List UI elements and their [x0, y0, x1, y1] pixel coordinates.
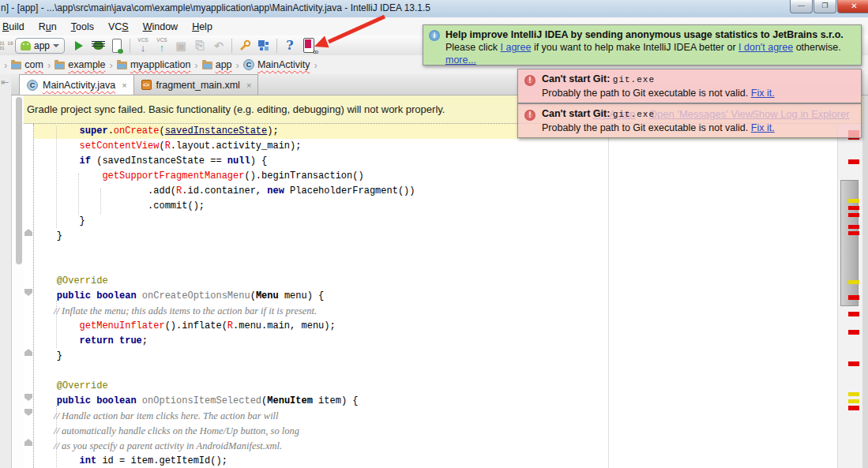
- menu-build[interactable]: Build: [0, 19, 32, 35]
- chevron-right-icon: ›: [47, 59, 51, 71]
- bug-icon: [93, 41, 103, 50]
- code-line[interactable]: }: [34, 229, 837, 244]
- changes-button-disabled: ▣: [171, 37, 190, 54]
- fix-it-link[interactable]: Fix it.: [751, 122, 775, 133]
- hide-panel-icon[interactable]: ⇤: [1, 77, 9, 88]
- settings-button[interactable]: [235, 37, 254, 54]
- code-line[interactable]: @Override: [34, 379, 837, 394]
- i-agree-link[interactable]: I agree: [500, 42, 531, 53]
- code-line[interactable]: // automatically handle clicks on the Ho…: [34, 424, 837, 439]
- code-line[interactable]: setContentView(R.layout.activity_main);: [34, 139, 837, 154]
- code-line[interactable]: getSupportFragmentManager().beginTransac…: [34, 169, 837, 184]
- run-button[interactable]: [70, 37, 88, 54]
- code-line[interactable]: if (savedInstanceState == null) {: [34, 154, 837, 169]
- project-structure-button[interactable]: [254, 37, 273, 54]
- code-line[interactable]: // Inflate the menu; this adds items to …: [34, 304, 837, 319]
- tool-window-stripe: [0, 74, 12, 468]
- indent-guide: [100, 189, 101, 214]
- folder-icon: [202, 62, 212, 69]
- menu-run[interactable]: Run: [32, 19, 64, 35]
- folder-icon: [117, 62, 127, 69]
- breadcrumb-item-MainActivity[interactable]: CMainActivity: [243, 59, 310, 70]
- breadcrumb-item-com[interactable]: com: [11, 59, 43, 70]
- menu-vcs[interactable]: VCS: [101, 19, 136, 35]
- tab-close-icon[interactable]: ×: [122, 80, 126, 90]
- indent-guide: [56, 126, 57, 228]
- more-link[interactable]: more...: [445, 54, 476, 66]
- git-error-notification-2: !Can't start Git: git.exeProbably the pa…: [517, 103, 862, 138]
- indent-guide: [56, 406, 57, 467]
- error-stripe-mark-yellow[interactable]: [848, 392, 859, 396]
- vcs-update-button[interactable]: VCS ↓: [133, 37, 152, 54]
- project-scrollbar[interactable]: [16, 97, 22, 264]
- error-stripe-mark-red[interactable]: [848, 225, 859, 229]
- code-line[interactable]: // Handle action bar item clicks here. T…: [34, 409, 837, 424]
- menu-help[interactable]: Help: [185, 19, 220, 35]
- folder-icon: [11, 62, 21, 69]
- error-stripe-mark-red[interactable]: [848, 312, 859, 316]
- code-line[interactable]: getMenuInflater().inflate(R.menu.main, m…: [34, 319, 837, 334]
- compile-icon[interactable]: ↓ 01 10 01: [0, 37, 13, 54]
- error-stripe-mark-red[interactable]: [848, 159, 859, 164]
- menu-window[interactable]: Window: [136, 19, 185, 35]
- indent-guide: [56, 301, 57, 348]
- breadcrumb-item-myapplication[interactable]: myapplication: [117, 59, 190, 70]
- title-bar[interactable]: n] - [app] - ...\app\src\main\java\com\e…: [0, 0, 868, 18]
- error-stripe-mark-yellow[interactable]: [848, 399, 859, 403]
- chevron-right-icon: ›: [194, 59, 197, 71]
- tab-MainActivity.java[interactable]: CMainActivity.java×: [19, 74, 134, 95]
- code-line[interactable]: }: [34, 349, 837, 364]
- banner-message: Gradle project sync failed. Basic functi…: [27, 103, 445, 115]
- tab-close-icon[interactable]: ×: [246, 80, 251, 90]
- code-line[interactable]: // as you specify a parent activity in A…: [34, 439, 837, 454]
- chevron-right-icon: ›: [314, 59, 318, 71]
- code-line[interactable]: public boolean onCreateOptionsMenu(Menu …: [34, 289, 837, 304]
- vcs-commit-button[interactable]: VCS ↑: [152, 37, 171, 54]
- error-stripe-mark-red[interactable]: [848, 206, 859, 210]
- code-line[interactable]: [34, 259, 837, 274]
- debug-button[interactable]: [88, 37, 107, 54]
- code-lines[interactable]: super.onCreate(savedInstanceState); setC…: [34, 124, 837, 468]
- menu-tools[interactable]: Tools: [64, 19, 101, 35]
- tab-fragment_main.xml[interactable]: <>fragment_main.xml×: [134, 74, 259, 95]
- briefcase-icon: ▣: [175, 39, 186, 52]
- code-line[interactable]: }: [34, 214, 837, 229]
- code-line[interactable]: [34, 364, 837, 379]
- phone-debug-icon: [112, 39, 122, 53]
- error-icon: !: [524, 75, 535, 86]
- code-line[interactable]: .add(R.id.container, new PlaceholderFrag…: [34, 184, 837, 199]
- attach-debugger-button[interactable]: [107, 37, 126, 54]
- android-monitor-button[interactable]: oo: [299, 37, 318, 54]
- breadcrumb-item-example[interactable]: example: [54, 59, 105, 70]
- toolbar-separator: [130, 39, 130, 53]
- android-robot-icon: [21, 41, 31, 51]
- window-title: n] - [app] - ...\app\src\main\java\com\e…: [1, 2, 430, 13]
- i-dont-agree-link[interactable]: I don't agree: [738, 42, 793, 53]
- rollback-button-disabled: ↶: [209, 37, 228, 54]
- error-stripe-mark-red[interactable]: [848, 406, 859, 410]
- chevron-right-icon: ›: [110, 59, 113, 71]
- code-line[interactable]: [34, 244, 837, 259]
- code-line[interactable]: return true;: [34, 334, 837, 349]
- error-stripe-mark-red[interactable]: [848, 361, 859, 366]
- close-button[interactable]: ✕: [837, 0, 868, 13]
- code-line[interactable]: @Override: [34, 274, 837, 289]
- error-stripe-mark-yellow[interactable]: [848, 199, 859, 203]
- code-line[interactable]: public boolean onOptionsItemSelected(Men…: [34, 394, 837, 409]
- error-stripe-mark-red[interactable]: [848, 213, 859, 217]
- error-stripe-mark-yellow[interactable]: [848, 280, 859, 284]
- toolbar-separator: [276, 39, 277, 53]
- class-icon: C: [27, 80, 38, 91]
- fix-it-link[interactable]: Fix it.: [751, 88, 775, 99]
- minimize-button[interactable]: —: [790, 0, 813, 13]
- breadcrumb-item-app[interactable]: app: [202, 59, 232, 70]
- maximize-button[interactable]: ❐: [814, 0, 836, 13]
- error-stripe-mark-red[interactable]: [848, 231, 859, 235]
- project-structure-icon: [257, 39, 270, 52]
- error-stripe-mark-red[interactable]: [848, 295, 859, 300]
- run-configuration-select[interactable]: app: [15, 38, 65, 54]
- code-line[interactable]: .commit();: [34, 199, 837, 214]
- code-line[interactable]: int id = item.getItemId();: [34, 454, 837, 468]
- error-stripe-mark-red[interactable]: [848, 330, 859, 335]
- help-button[interactable]: ?: [280, 37, 299, 54]
